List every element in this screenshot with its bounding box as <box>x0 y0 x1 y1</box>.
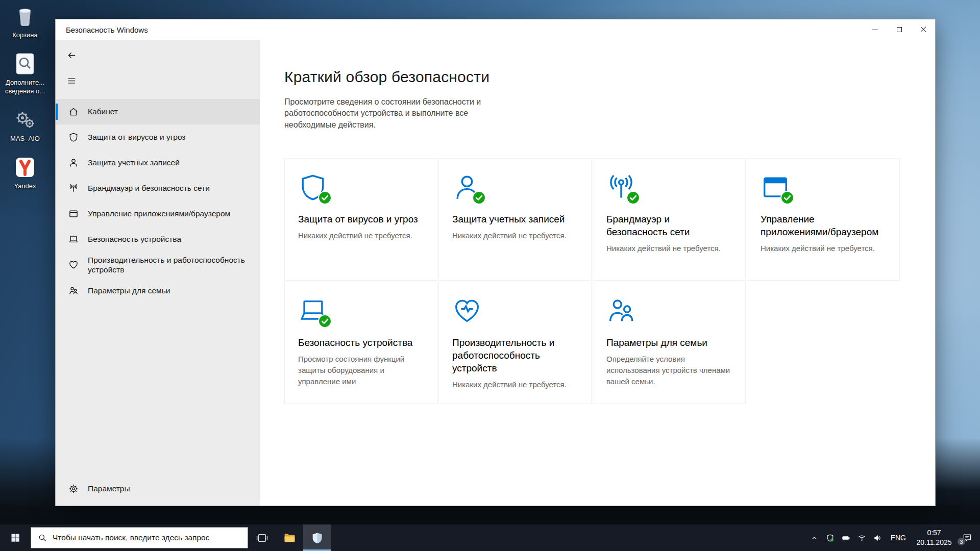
sidebar-item-label: Производительность и работоспособность у… <box>88 255 252 275</box>
chevron-up-icon[interactable] <box>810 533 819 542</box>
close-button[interactable] <box>911 19 935 40</box>
ok-check-icon <box>626 191 640 205</box>
page-subtitle: Просмотрите сведения о состоянии безопас… <box>284 96 520 131</box>
tile-firewall-network[interactable]: Брандмауэр и безопасность сети Никаких д… <box>593 158 746 281</box>
taskbar-search[interactable] <box>31 527 248 548</box>
sidebar-item-label: Кабинет <box>88 107 118 116</box>
window-titlebar: Безопасность Windows <box>56 19 935 40</box>
desktop-icon-label: Yandex <box>14 182 36 190</box>
windows-logo-icon <box>10 533 20 543</box>
heart-icon <box>452 296 484 328</box>
search-input[interactable] <box>53 533 241 542</box>
sidebar-item-label: Параметры для семьи <box>88 286 170 295</box>
main-content: Краткий обзор безопасности Просмотрите с… <box>260 40 935 506</box>
sidebar-item-firewall-network[interactable]: Брандмауэр и безопасность сети <box>56 176 260 201</box>
laptop-icon <box>298 296 330 328</box>
close-icon <box>920 27 926 33</box>
app-window-icon <box>761 172 792 204</box>
sidebar-item-device-performance[interactable]: Производительность и работоспособность у… <box>56 252 260 278</box>
desktop-icon-info-document[interactable]: Дополните... сведения о... <box>3 52 47 95</box>
task-view-button[interactable] <box>248 524 276 551</box>
tile-title: Защита учетных записей <box>452 213 578 226</box>
menu-button[interactable] <box>62 71 81 90</box>
heart-icon <box>68 260 79 270</box>
gear-icon <box>68 484 79 494</box>
tile-device-performance[interactable]: Производительность и работоспособность у… <box>438 282 592 404</box>
shield-icon <box>298 172 330 204</box>
sidebar-item-app-browser-control[interactable]: Управление приложениями/браузером <box>56 201 260 227</box>
ok-check-icon <box>780 191 794 205</box>
wifi-icon[interactable] <box>857 533 867 542</box>
desktop-icon-recycle-bin[interactable]: Корзина <box>3 4 47 39</box>
tile-family-options[interactable]: Параметры для семьи Определяйте условия … <box>593 282 746 404</box>
desktop-icon-list: Корзина Дополните... сведения о... <box>3 4 47 190</box>
taskbar-clock[interactable]: 0:57 20.11.2025 <box>914 528 954 547</box>
tile-status: Просмотр состояния функций защиты оборуд… <box>298 354 424 387</box>
volume-icon[interactable] <box>873 533 883 542</box>
tile-status: Никаких действий не требуется. <box>298 230 424 241</box>
system-tray: ENG 0:57 20.11.2025 3 <box>810 524 980 551</box>
desktop-icon-yandex[interactable]: Yandex <box>3 155 47 190</box>
tile-status: Определяйте условия использования устрой… <box>606 354 732 387</box>
network-icon <box>606 172 638 204</box>
tile-title: Управление приложениями/браузером <box>761 213 886 238</box>
sidebar: Кабинет Защита от вирусов и угроз Защита… <box>56 40 260 506</box>
desktop-icon-label: MAS_AIO <box>10 135 40 143</box>
network-icon <box>68 183 79 193</box>
security-tiles-grid: Защита от вирусов и угроз Никаких действ… <box>284 158 935 404</box>
person-icon <box>452 172 484 204</box>
sidebar-item-account-protection[interactable]: Защита учетных записей <box>56 150 260 176</box>
sidebar-item-settings[interactable]: Параметры <box>56 476 260 502</box>
tile-virus-protection[interactable]: Защита от вирусов и угроз Никаких действ… <box>284 158 437 281</box>
start-button[interactable] <box>0 524 31 551</box>
notification-badge: 3 <box>957 537 966 546</box>
tile-device-security[interactable]: Безопасность устройства Просмотр состоян… <box>284 282 437 404</box>
windows-security-window: Безопасность Windows <box>55 19 936 506</box>
sidebar-item-label: Защита от вирусов и угроз <box>88 132 185 142</box>
language-indicator[interactable]: ENG <box>889 534 908 542</box>
hamburger-icon <box>67 76 77 86</box>
shield-icon <box>68 132 79 142</box>
sidebar-item-virus-protection[interactable]: Защита от вирусов и угроз <box>56 124 260 150</box>
ok-check-icon <box>472 191 486 205</box>
sidebar-item-label: Брандмауэр и безопасность сети <box>88 183 210 193</box>
tile-title: Защита от вирусов и угроз <box>298 213 424 226</box>
sidebar-item-device-security[interactable]: Безопасность устройства <box>56 227 260 252</box>
desktop-icon-label: Корзина <box>12 31 38 39</box>
sidebar-item-home[interactable]: Кабинет <box>56 99 260 124</box>
desktop-icon-label: Дополните... сведения о... <box>3 79 47 95</box>
home-icon <box>68 107 79 117</box>
windows-security-icon <box>311 532 324 544</box>
laptop-icon <box>68 234 79 244</box>
family-icon <box>606 296 638 328</box>
person-icon <box>68 158 79 168</box>
app-window-icon <box>68 209 79 219</box>
gears-icon <box>13 108 37 132</box>
tile-status: Никаких действий не требуется. <box>606 243 732 254</box>
desktop-icon-mas-aio[interactable]: MAS_AIO <box>3 108 47 143</box>
battery-icon[interactable] <box>842 533 851 542</box>
clock-date: 20.11.2025 <box>914 538 954 547</box>
maximize-button[interactable] <box>887 19 911 40</box>
sidebar-item-label: Защита учетных записей <box>88 158 180 167</box>
ok-check-icon <box>318 191 332 205</box>
tile-account-protection[interactable]: Защита учетных записей Никаких действий … <box>438 158 592 281</box>
file-explorer-button[interactable] <box>276 524 303 551</box>
sidebar-nav: Кабинет Защита от вирусов и угроз Защита… <box>56 99 260 304</box>
action-center-button[interactable]: 3 <box>961 531 974 544</box>
sidebar-item-family-options[interactable]: Параметры для семьи <box>56 278 260 304</box>
tile-title: Безопасность устройства <box>298 336 424 349</box>
tile-title: Брандмауэр и безопасность сети <box>606 213 732 238</box>
shield-tray-icon[interactable] <box>826 533 835 542</box>
back-button[interactable] <box>62 46 81 64</box>
windows-security-button[interactable] <box>303 524 331 551</box>
tile-title: Параметры для семьи <box>606 336 732 349</box>
family-icon <box>68 286 79 296</box>
tile-app-browser-control[interactable]: Управление приложениями/браузером Никаки… <box>747 158 900 281</box>
minimize-button[interactable] <box>863 19 887 40</box>
recycle-bin-icon <box>13 4 37 29</box>
maximize-icon <box>897 27 902 32</box>
taskbar: ENG 0:57 20.11.2025 3 <box>0 524 980 551</box>
ok-check-icon <box>318 314 332 328</box>
tile-status: Никаких действий не требуется. <box>452 230 578 241</box>
